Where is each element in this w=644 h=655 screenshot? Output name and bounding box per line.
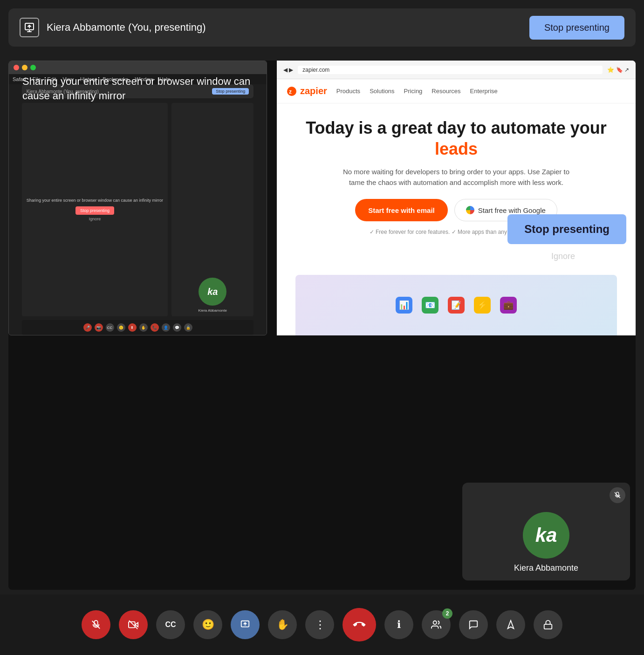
presenter-name: Kiera Abbamonte (You, presenting) bbox=[47, 21, 206, 34]
svg-point-1 bbox=[287, 87, 296, 96]
zapier-nav-solutions[interactable]: Solutions bbox=[370, 88, 394, 95]
zapier-automation-graphic: 📊 📧 📝 ⚡ 💼 bbox=[295, 275, 617, 335]
zapier-website-panel: ◀ ▶ zapier.com ⭐ 🔖 ↗ z zapier Products S… bbox=[277, 61, 636, 335]
inner-mic-btn: 🎤 bbox=[83, 323, 92, 332]
mac-browser-inner: Kiera Abbamonte (You, presenting) Stop p… bbox=[9, 84, 267, 335]
inner-mirror-content: Sharing your entire screen or browser wi… bbox=[22, 103, 254, 316]
more-icon: ⋮ bbox=[315, 618, 325, 631]
app-icon-4: ⚡ bbox=[474, 297, 491, 314]
info-button[interactable]: ℹ bbox=[384, 610, 413, 639]
app-icon-5: 💼 bbox=[500, 297, 517, 314]
svg-point-8 bbox=[433, 621, 437, 624]
mute-badge bbox=[610, 487, 625, 503]
mac-titlebar bbox=[9, 61, 267, 74]
present-icon bbox=[20, 18, 39, 37]
zapier-logo: z zapier bbox=[286, 86, 327, 97]
inner-avatar-name: Kiera Abbamonte bbox=[199, 308, 227, 313]
zapier-nav-enterprise[interactable]: Enterprise bbox=[470, 88, 498, 95]
captions-icon: CC bbox=[165, 621, 176, 629]
inner-avatar-area: ka Kiera Abbamonte bbox=[171, 103, 253, 316]
top-bar-left: Kiera Abbamonte (You, presenting) bbox=[20, 18, 206, 37]
inner-present-btn: ⬆ bbox=[128, 323, 137, 332]
mac-minimize-dot bbox=[22, 65, 27, 70]
zapier-subtext: No more waiting for developers to bring … bbox=[340, 167, 573, 188]
lock-button[interactable] bbox=[534, 610, 562, 639]
infinity-warning: Sharing your entire screen or browser wi… bbox=[22, 75, 265, 103]
inner-left-panel: Sharing your entire screen or browser wi… bbox=[22, 103, 168, 316]
raise-hand-button[interactable]: ✋ bbox=[268, 610, 297, 639]
zapier-headline-accent: leads bbox=[435, 139, 478, 158]
inner-hand-btn: ✋ bbox=[139, 323, 148, 332]
stop-presenting-button-top[interactable]: Stop presenting bbox=[529, 16, 624, 40]
end-call-button[interactable] bbox=[343, 608, 376, 641]
zapier-nav-products[interactable]: Products bbox=[336, 88, 360, 95]
present-button[interactable] bbox=[231, 610, 260, 639]
zapier-nav-resources[interactable]: Resources bbox=[432, 88, 460, 95]
inner-emoji-btn: 🙂 bbox=[117, 323, 125, 332]
inner-end-call-btn: 📞 bbox=[151, 323, 159, 332]
bottom-toolbar: CC 🙂 ✋ ⋮ ℹ 2 bbox=[0, 594, 644, 655]
mic-mute-button[interactable] bbox=[82, 610, 110, 639]
inner-controls: 🎤 📷 CC 🙂 ⬆ ✋ 📞 👤 💬 🔒 bbox=[22, 320, 254, 335]
stop-presenting-overlay-button[interactable]: Stop presenting bbox=[507, 214, 626, 244]
google-icon bbox=[466, 206, 474, 214]
inner-people-btn: 👤 bbox=[162, 323, 170, 332]
ignore-button[interactable]: Ignore bbox=[551, 252, 575, 261]
raise-hand-icon: ✋ bbox=[276, 619, 289, 631]
mac-close-dot bbox=[14, 65, 19, 70]
zapier-nav-pricing[interactable]: Pricing bbox=[404, 88, 423, 95]
zapier-headline: Today is a great day to automate your le… bbox=[295, 117, 617, 159]
more-options-button[interactable]: ⋮ bbox=[305, 610, 334, 639]
camera-off-button[interactable] bbox=[119, 610, 148, 639]
inner-chat-btn: 💬 bbox=[173, 323, 181, 332]
info-icon: ℹ bbox=[397, 619, 401, 631]
self-name: Kiera Abbamonte bbox=[514, 563, 578, 573]
inner-cam-btn: 📷 bbox=[95, 323, 103, 332]
people-button[interactable]: 2 bbox=[422, 610, 451, 639]
inner-cc-btn: CC bbox=[106, 323, 114, 332]
chat-button[interactable] bbox=[459, 610, 488, 639]
zapier-google-label: Start free with Google bbox=[478, 206, 546, 214]
app-icon-3: 📝 bbox=[448, 297, 465, 314]
top-bar: Kiera Abbamonte (You, presenting) Stop p… bbox=[8, 8, 636, 47]
emoji-button[interactable]: 🙂 bbox=[193, 610, 222, 639]
inner-lock-btn: 🔒 bbox=[184, 323, 192, 332]
zapier-nav: z zapier Products Solutions Pricing Reso… bbox=[277, 79, 636, 103]
svg-rect-10 bbox=[544, 624, 552, 629]
zapier-start-email-button[interactable]: Start free with email bbox=[355, 199, 448, 221]
app-icon-2: 📧 bbox=[422, 297, 438, 314]
app-icon-1: 📊 bbox=[396, 297, 412, 314]
inner-warning-text: Sharing your entire screen or browser wi… bbox=[27, 198, 163, 203]
captions-button[interactable]: CC bbox=[156, 610, 185, 639]
mac-maximize-dot bbox=[30, 65, 36, 70]
activities-button[interactable] bbox=[496, 610, 525, 639]
people-count-badge: 2 bbox=[442, 608, 452, 619]
svg-marker-9 bbox=[508, 621, 514, 628]
inner-avatar-circle: ka bbox=[199, 278, 226, 306]
inner-ignore-button[interactable]: Ignore bbox=[89, 217, 101, 221]
self-avatar: ka bbox=[523, 512, 569, 559]
zapier-browser-topbar: ◀ ▶ zapier.com ⭐ 🔖 ↗ bbox=[277, 61, 636, 79]
svg-text:z: z bbox=[289, 89, 292, 95]
inner-stop-presenting-button[interactable]: Stop presenting bbox=[75, 206, 114, 215]
emoji-icon: 🙂 bbox=[202, 619, 214, 631]
self-video-tile: ka Kiera Abbamonte bbox=[462, 483, 630, 580]
